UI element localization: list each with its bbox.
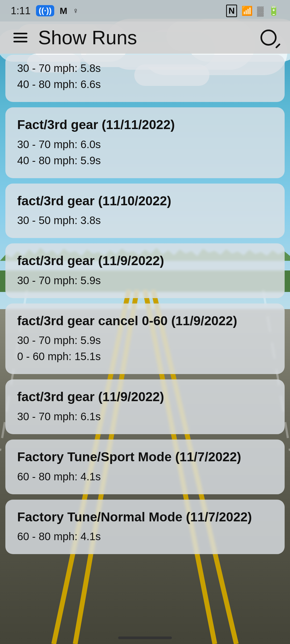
run-stat: 60 - 80 mph: 4.1s (17, 528, 273, 544)
run-stat: 60 - 80 mph: 4.1s (17, 469, 273, 485)
run-stat: 0 - 60 mph: 15.1s (17, 348, 273, 364)
list-item[interactable]: fact/3rd gear (11/10/2022) 30 - 50 mph: … (5, 184, 285, 238)
run-stat: 30 - 70 mph: 6.1s (17, 408, 273, 425)
wifi-icon: ((·)) (36, 5, 54, 16)
run-title: fact/3rd gear cancel 0-60 (11/9/2022) (17, 313, 273, 329)
search-button[interactable] (258, 27, 279, 48)
list-item[interactable]: 30 - 70 mph: 5.8s 40 - 80 mph: 6.6s (5, 55, 285, 102)
signal-icon: ▓ (257, 6, 264, 16)
runs-list[interactable]: 30 - 70 mph: 5.8s 40 - 80 mph: 6.6s Fact… (0, 54, 290, 644)
run-title: Fact/3rd gear (11/11/2022) (17, 117, 273, 133)
list-item[interactable]: fact/3rd gear cancel 0-60 (11/9/2022) 30… (5, 303, 285, 374)
home-indicator (118, 636, 172, 639)
list-item[interactable]: fact/3rd gear (11/9/2022) 30 - 70 mph: 5… (5, 243, 285, 298)
nfc-icon: N (226, 5, 237, 17)
status-right-icons: N 📶 ▓ 🔋 (226, 5, 279, 17)
page-title: Show Runs (30, 27, 258, 49)
run-stat: 30 - 70 mph: 6.0s (17, 136, 273, 152)
list-item[interactable]: Factory Tune/Normal Mode (11/7/2022) 60 … (5, 500, 285, 554)
status-bar: 1:11 ((·)) M ♀ N 📶 ▓ 🔋 (0, 0, 290, 21)
run-title: fact/3rd gear (11/9/2022) (17, 389, 273, 405)
battery-icon: 🔋 (268, 5, 279, 16)
app-bar: Show Runs (0, 21, 290, 54)
run-stat: 40 - 80 mph: 5.9s (17, 152, 273, 169)
list-item[interactable]: Fact/3rd gear (11/11/2022) 30 - 70 mph: … (5, 107, 285, 178)
run-stat: 30 - 70 mph: 5.9s (17, 272, 273, 288)
bluetooth-icon: 📶 (241, 5, 253, 16)
run-title: fact/3rd gear (11/10/2022) (17, 193, 273, 209)
run-stat: 30 - 70 mph: 5.8s (17, 60, 273, 76)
run-stat: 40 - 80 mph: 6.6s (17, 76, 273, 92)
sim-icon: ♀ (73, 6, 79, 15)
gmail-icon: M (60, 6, 67, 16)
status-time: 1:11 (11, 5, 31, 17)
menu-button[interactable] (11, 30, 30, 45)
run-stat: 30 - 50 mph: 3.8s (17, 212, 273, 228)
run-title: Factory Tune/Sport Mode (11/7/2022) (17, 449, 273, 465)
run-title: fact/3rd gear (11/9/2022) (17, 253, 273, 269)
run-stat: 30 - 70 mph: 5.9s (17, 332, 273, 348)
list-item[interactable]: fact/3rd gear (11/9/2022) 30 - 70 mph: 6… (5, 379, 285, 434)
search-icon (260, 30, 277, 46)
list-item[interactable]: Factory Tune/Sport Mode (11/7/2022) 60 -… (5, 440, 285, 494)
run-title: Factory Tune/Normal Mode (11/7/2022) (17, 509, 273, 525)
